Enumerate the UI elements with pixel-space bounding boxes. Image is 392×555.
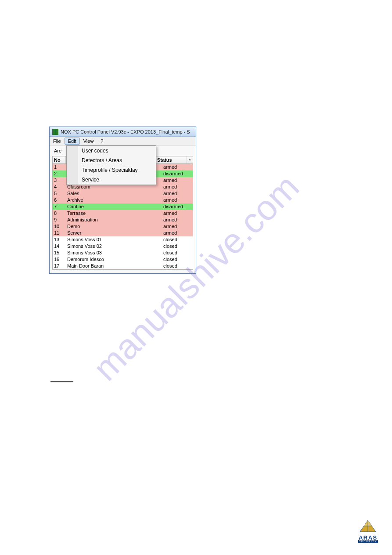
cell-status: armed — [162, 223, 193, 230]
cell-status: closed — [162, 256, 193, 263]
logo-subtext: SECURITY — [358, 540, 378, 543]
cell-status: disarmed — [162, 170, 193, 177]
table-row[interactable]: 17Main Door Baranclosed — [53, 263, 193, 269]
cell-status: armed — [162, 210, 193, 217]
cell-no: 5 — [53, 190, 66, 197]
cell-no: 9 — [53, 217, 66, 223]
cell-name: Demo — [66, 223, 162, 230]
cell-no: 17 — [53, 263, 66, 269]
cell-name: Server — [66, 230, 162, 236]
dropdown-service[interactable]: Service — [67, 175, 156, 185]
cell-no: 15 — [53, 250, 66, 256]
cell-no: 6 — [53, 197, 66, 203]
svg-rect-1 — [56, 129, 58, 135]
title-bar: NOX PC Control Panel V2.93c - EXPO 2013_… — [50, 127, 196, 137]
cell-name: Archive — [66, 197, 162, 203]
table-row[interactable]: 5Salesarmed — [53, 190, 193, 197]
cell-name: Simons Voss 01 — [66, 236, 162, 243]
table-row[interactable]: 7Cantinedisarmed — [53, 203, 193, 210]
cell-status: armed — [162, 230, 193, 236]
cell-status: armed — [162, 184, 193, 190]
cell-status: armed — [162, 217, 193, 223]
header-no[interactable]: No — [53, 156, 66, 163]
pyramid-icon — [358, 519, 378, 534]
cell-status: closed — [162, 263, 193, 269]
dropdown-detectors-areas[interactable]: Detectors / Areas — [67, 156, 156, 165]
edit-dropdown: User codes Detectors / Areas Timeprofile… — [66, 145, 156, 185]
cell-no: 4 — [53, 184, 66, 190]
cell-status: armed — [162, 177, 193, 184]
cell-no: 13 — [53, 236, 66, 243]
menu-view[interactable]: View — [80, 138, 97, 145]
header-status[interactable]: Status — [156, 156, 187, 163]
svg-rect-2 — [55, 129, 56, 135]
cell-status: armed — [162, 190, 193, 197]
logo: ARAS SECURITY — [358, 519, 378, 543]
dropdown-user-codes[interactable]: User codes — [67, 146, 156, 156]
table-row[interactable]: 10Demoarmed — [53, 223, 193, 230]
cell-no: 11 — [53, 230, 66, 236]
window-title: NOX PC Control Panel V2.93c - EXPO 2013_… — [61, 129, 190, 134]
table-row[interactable]: 16Demorum Idescoclosed — [53, 256, 193, 263]
menu-bar: File Edit View ? — [50, 137, 196, 145]
underline-dash — [50, 381, 73, 382]
cell-no: 2 — [53, 170, 66, 177]
cell-name: Terrasse — [66, 210, 162, 217]
table-row[interactable]: 14Simons Voss 02closed — [53, 243, 193, 250]
cell-no: 14 — [53, 243, 66, 250]
cell-no: 10 — [53, 223, 66, 230]
cell-name: Cantine — [66, 203, 162, 210]
table-row[interactable]: 9Administrationarmed — [53, 217, 193, 223]
cell-name: Simons Voss 03 — [66, 250, 162, 256]
menu-edit[interactable]: Edit — [65, 138, 80, 145]
cell-no: 3 — [53, 177, 66, 184]
cell-name: Sales — [66, 190, 162, 197]
menu-help[interactable]: ? — [97, 138, 107, 145]
table-row[interactable]: 15Simons Voss 03closed — [53, 250, 193, 256]
cell-name: Administration — [66, 217, 162, 223]
cell-status: armed — [162, 164, 193, 170]
cell-status: closed — [162, 250, 193, 256]
table-row[interactable]: 6Archivearmed — [53, 197, 193, 203]
app-icon — [52, 128, 59, 135]
scroll-up-icon[interactable]: ▲ — [187, 156, 193, 163]
cell-status: armed — [162, 197, 193, 203]
menu-file[interactable]: File — [50, 138, 65, 145]
cell-name: Main Door Baran — [66, 263, 162, 269]
cell-no: 7 — [53, 203, 66, 210]
cell-status: closed — [162, 236, 193, 243]
cell-status: disarmed — [162, 203, 193, 210]
app-window: NOX PC Control Panel V2.93c - EXPO 2013_… — [49, 127, 196, 274]
cell-name: Simons Voss 02 — [66, 243, 162, 250]
cell-name: Demorum Idesco — [66, 256, 162, 263]
svg-rect-0 — [52, 129, 55, 135]
content-area: Are No Status ▲ 1armed2disarmed3armed4Cl… — [50, 145, 196, 273]
cell-no: 16 — [53, 256, 66, 263]
cell-no: 8 — [53, 210, 66, 217]
table-row[interactable]: 13Simons Voss 01closed — [53, 236, 193, 243]
table-row[interactable]: 8Terrassearmed — [53, 210, 193, 217]
cell-status: closed — [162, 243, 193, 250]
cell-no: 1 — [53, 164, 66, 170]
table-row[interactable]: 11Serverarmed — [53, 230, 193, 236]
dropdown-timeprofile[interactable]: Timeprofile / Specialday — [67, 165, 156, 175]
